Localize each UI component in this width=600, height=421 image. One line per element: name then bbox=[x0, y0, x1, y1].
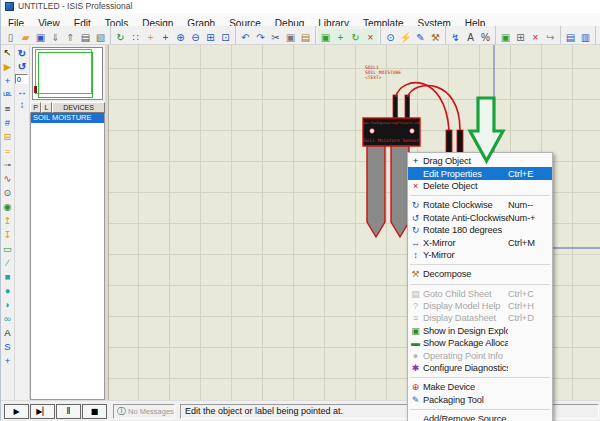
generator-mode-icon[interactable]: ◉ bbox=[1, 200, 14, 214]
orientation-toolbar: ↻↺↔↕ bbox=[15, 45, 30, 400]
context-item-operating-point-info[interactable]: ●Operating Point Info bbox=[408, 349, 552, 361]
context-item-display-model-help[interactable]: ?Display Model HelpCtrl+H bbox=[408, 300, 552, 312]
device-item-soil-moisture[interactable]: SOIL MOISTURE bbox=[31, 113, 104, 123]
context-item-packaging-tool[interactable]: ✎Packaging Tool bbox=[408, 394, 552, 406]
toolbar-group: ▣⊞×↪ bbox=[496, 26, 561, 44]
context-item-configure-diagnostics[interactable]: ✱Configure Diagnostics bbox=[408, 362, 552, 374]
overview-window[interactable] bbox=[32, 47, 103, 100]
context-item-y-mirror[interactable]: ↕Y-Mirror bbox=[408, 249, 552, 261]
virtual-instruments-mode-icon[interactable]: ▭ bbox=[1, 242, 14, 256]
context-item-goto-child-sheet[interactable]: ▤Goto Child SheetCtrl+C bbox=[408, 288, 552, 300]
block-rotate-icon[interactable]: ↻ bbox=[348, 29, 363, 44]
angle-input[interactable] bbox=[15, 74, 28, 84]
context-item-make-device[interactable]: ⊕Make Device bbox=[408, 381, 552, 393]
subcircuit-mode-icon[interactable]: ⊟ bbox=[1, 130, 14, 144]
marker-2d-mode-icon[interactable]: + bbox=[1, 354, 14, 368]
context-item-edit-properties[interactable]: Edit PropertiesCtrl+E bbox=[408, 167, 552, 179]
symbol-2d-mode-icon[interactable]: S bbox=[1, 340, 14, 354]
context-item-label: Configure Diagnostics bbox=[423, 363, 508, 373]
zoom-all-icon[interactable]: ⊞ bbox=[203, 29, 218, 44]
context-item-rotate-clockwise[interactable]: ↻Rotate ClockwiseNum-- bbox=[408, 199, 552, 211]
pick-devices-button[interactable]: P bbox=[30, 102, 41, 113]
export-section-icon[interactable]: ⇑ bbox=[63, 29, 78, 44]
context-item-label: Rotate Anti-Clockwise bbox=[423, 213, 508, 223]
block-copy-icon[interactable]: ▣ bbox=[318, 29, 333, 44]
rotate-anticlockwise-button[interactable]: ↺ bbox=[15, 60, 29, 73]
context-item-rotate-anti-clockwise[interactable]: ↺Rotate Anti-ClockwiseNum-+ bbox=[408, 212, 552, 224]
undo-icon[interactable]: ↶ bbox=[238, 29, 253, 44]
junction-dot-mode-icon[interactable]: + bbox=[1, 74, 14, 88]
goto-sheet-icon[interactable]: ↪ bbox=[543, 29, 558, 44]
cut-icon[interactable]: ✂ bbox=[268, 29, 283, 44]
open-file-icon[interactable]: ▰ bbox=[18, 29, 33, 44]
context-item-show-package-allocation[interactable]: ▬Show Package Allocation bbox=[408, 337, 552, 349]
context-item-delete-object[interactable]: ×Delete Object bbox=[408, 180, 552, 192]
new-file-icon[interactable]: ▯ bbox=[3, 29, 18, 44]
zoom-in-icon[interactable]: ⊕ bbox=[173, 29, 188, 44]
device-pin-mode-icon[interactable]: ⊸ bbox=[1, 158, 14, 172]
print-icon[interactable]: ▤ bbox=[78, 29, 93, 44]
import-section-icon[interactable]: ⇓ bbox=[48, 29, 63, 44]
arc-2d-mode-icon[interactable]: ◗ bbox=[1, 298, 14, 312]
graph-mode-icon[interactable]: ∿ bbox=[1, 172, 14, 186]
property-assignment-icon[interactable]: % bbox=[478, 29, 493, 44]
box-2d-mode-icon[interactable]: ■ bbox=[1, 270, 14, 284]
x-mirror-button[interactable]: ↔ bbox=[15, 85, 29, 98]
new-sheet-icon[interactable]: ⊞ bbox=[513, 29, 528, 44]
wire-autorouter-icon[interactable]: ↯ bbox=[448, 29, 463, 44]
library-manager-button[interactable]: L bbox=[41, 102, 52, 113]
rotate-clockwise-button[interactable]: ↻ bbox=[15, 47, 29, 60]
voltage-probe-mode-icon[interactable]: ↥ bbox=[1, 214, 14, 228]
context-item-decompose[interactable]: ⚒Decompose bbox=[408, 268, 552, 280]
selection-mode-icon[interactable]: ↖ bbox=[1, 46, 14, 60]
paste-icon[interactable]: ▤ bbox=[298, 29, 313, 44]
redo-icon[interactable]: ↷ bbox=[253, 29, 268, 44]
decompose-icon[interactable]: ⚒ bbox=[428, 29, 443, 44]
wire-label-mode-icon[interactable]: LBL bbox=[1, 88, 14, 102]
toolbar-group: ▤▥ bbox=[561, 26, 596, 44]
block-delete-icon[interactable]: × bbox=[363, 29, 378, 44]
context-item-x-mirror[interactable]: ↔X-MirrorCtrl+M bbox=[408, 236, 552, 248]
path-2d-mode-icon[interactable]: ∞ bbox=[1, 312, 14, 326]
step-button[interactable]: ▶▏ bbox=[30, 404, 55, 419]
design-explorer-icon[interactable]: ▣ bbox=[498, 29, 513, 44]
circle-2d-mode-icon[interactable]: ● bbox=[1, 284, 14, 298]
block-move-icon[interactable]: + bbox=[333, 29, 348, 44]
move-cross-icon: + bbox=[408, 156, 423, 166]
terminal-mode-icon[interactable]: = bbox=[1, 144, 14, 158]
copy-icon[interactable]: ▣ bbox=[283, 29, 298, 44]
pan-center-icon[interactable]: + bbox=[158, 29, 173, 44]
toggle-grid-icon[interactable]: ∷ bbox=[128, 29, 143, 44]
zoom-to-child-icon[interactable]: ▤ bbox=[563, 29, 578, 44]
pick-device-icon[interactable]: ⊙ bbox=[383, 29, 398, 44]
text-script-mode-icon[interactable]: ≡ bbox=[1, 102, 14, 116]
stop-button[interactable]: ■ bbox=[82, 404, 107, 419]
play-button[interactable]: ▶ bbox=[4, 404, 29, 419]
line-2d-mode-icon[interactable]: ∕ bbox=[1, 256, 14, 270]
redraw-icon[interactable]: ↻ bbox=[113, 29, 128, 44]
make-device-icon[interactable]: ⚡ bbox=[398, 29, 413, 44]
save-file-icon[interactable]: ▣ bbox=[33, 29, 48, 44]
y-mirror-button[interactable]: ↕ bbox=[15, 98, 29, 111]
text-2d-mode-icon[interactable]: A bbox=[1, 326, 14, 340]
component-mode-icon[interactable]: ▶ bbox=[1, 60, 14, 74]
packaging-tool-icon[interactable]: ✎ bbox=[413, 29, 428, 44]
remove-sheet-icon[interactable]: × bbox=[528, 29, 543, 44]
overview-component-marker bbox=[34, 86, 37, 93]
zoom-out-icon[interactable]: ⊖ bbox=[188, 29, 203, 44]
bus-mode-icon[interactable]: # bbox=[1, 116, 14, 130]
mark-output-area-icon[interactable]: ▧ bbox=[93, 29, 108, 44]
current-probe-mode-icon[interactable]: ↧ bbox=[1, 228, 14, 242]
false-origin-icon[interactable]: + bbox=[143, 29, 158, 44]
tape-recorder-mode-icon[interactable]: ⊙ bbox=[1, 186, 14, 200]
component-text-label[interactable]: <TEXT> bbox=[365, 75, 382, 80]
context-item-add-remove-source-files[interactable]: Add/Remove Source Files bbox=[408, 413, 552, 421]
zoom-area-icon[interactable]: ⊡ bbox=[218, 29, 233, 44]
context-item-show-in-design-explorer[interactable]: ▣Show in Design Explorer bbox=[408, 325, 552, 337]
search-tag-icon[interactable]: A bbox=[463, 29, 478, 44]
context-item-display-datasheet[interactable]: ≡Display DatasheetCtrl+D bbox=[408, 312, 552, 324]
context-item-label: Display Datasheet bbox=[423, 313, 508, 323]
exit-to-parent-icon[interactable]: ▥ bbox=[578, 29, 593, 44]
context-item-rotate-180-degrees[interactable]: ↻Rotate 180 degrees bbox=[408, 224, 552, 236]
pause-button[interactable]: Ⅱ bbox=[56, 404, 81, 419]
